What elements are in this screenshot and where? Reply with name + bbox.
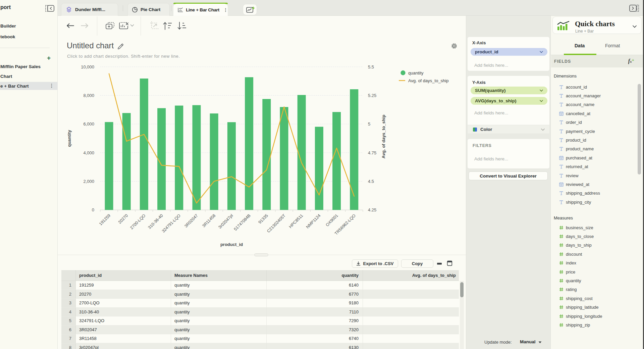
svg-text:5.5: 5.5 bbox=[368, 64, 374, 69]
svg-text:4.25: 4.25 bbox=[368, 207, 376, 212]
svg-text:4.75: 4.75 bbox=[368, 150, 376, 155]
svg-text:NMP1124: NMP1124 bbox=[305, 213, 322, 230]
svg-text:4.5: 4.5 bbox=[368, 179, 374, 184]
svg-text:5.25: 5.25 bbox=[368, 93, 376, 98]
svg-text:OX9001: OX9001 bbox=[325, 213, 339, 227]
svg-text:91335: 91335 bbox=[257, 213, 269, 225]
svg-text:20270: 20270 bbox=[117, 213, 129, 225]
svg-text:2700-LQO: 2700-LQO bbox=[129, 213, 146, 230]
svg-text:Avg. of days_to_ship: Avg. of days_to_ship bbox=[381, 115, 386, 158]
svg-text:10,000: 10,000 bbox=[81, 64, 94, 69]
svg-text:quantity: quantity bbox=[408, 70, 424, 76]
svg-text:0: 0 bbox=[92, 207, 94, 212]
svg-text:310-36-40: 310-36-40 bbox=[147, 213, 164, 230]
svg-text:324791-LQO: 324791-LQO bbox=[161, 213, 181, 234]
svg-text:6,000: 6,000 bbox=[83, 121, 94, 127]
svg-text:2,000: 2,000 bbox=[83, 179, 94, 184]
svg-text:HPC8511: HPC8511 bbox=[288, 213, 304, 229]
svg-text:quantity: quantity bbox=[67, 130, 72, 147]
svg-text:C21302405T: C21302405T bbox=[266, 213, 286, 234]
svg-text:51747084B: 51747084B bbox=[233, 213, 252, 232]
svg-text:3r02047pl: 3r02047pl bbox=[217, 213, 234, 230]
svg-text:191259: 191259 bbox=[98, 213, 111, 226]
svg-text:3R11458: 3R11458 bbox=[201, 213, 216, 228]
svg-text:4,000: 4,000 bbox=[83, 150, 94, 155]
svg-text:product_id: product_id bbox=[220, 242, 243, 247]
svg-text:8,000: 8,000 bbox=[83, 93, 94, 98]
svg-text:5: 5 bbox=[368, 121, 370, 127]
svg-text:Avg. of days_to_ship: Avg. of days_to_ship bbox=[408, 78, 448, 83]
svg-text:3R02047: 3R02047 bbox=[183, 213, 199, 229]
